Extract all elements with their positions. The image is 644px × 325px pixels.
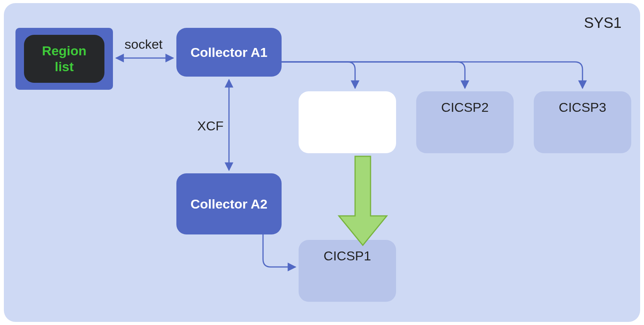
cicsp1: CICSP1 bbox=[299, 240, 396, 302]
diagram-canvas: SYS1 Region list Collector A1 Collector … bbox=[0, 0, 644, 325]
system-label: SYS1 bbox=[584, 15, 622, 31]
collector-a1: Collector A1 bbox=[176, 28, 282, 77]
cicsp3: CICSP3 bbox=[534, 91, 631, 153]
blank-node bbox=[299, 91, 396, 153]
socket-label: socket bbox=[125, 37, 162, 52]
cicsp2: CICSP2 bbox=[416, 91, 514, 153]
region-list: Region list bbox=[24, 35, 104, 83]
xcf-label: XCF bbox=[197, 118, 224, 133]
collector-a2: Collector A2 bbox=[176, 173, 282, 234]
